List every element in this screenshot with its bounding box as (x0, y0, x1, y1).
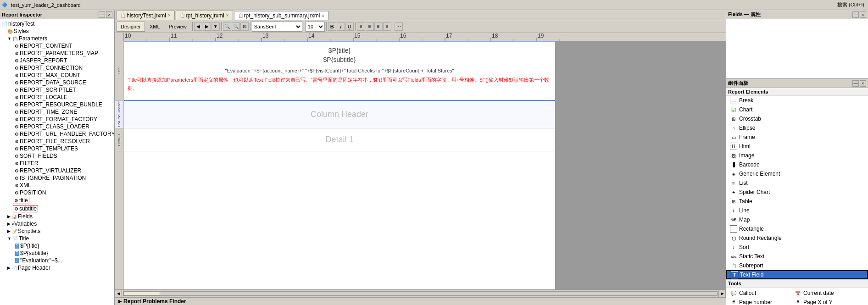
h-scroll-track[interactable] (123, 291, 718, 296)
tree-item-sort-fields[interactable]: ⚙ SORT_FIELDS (0, 152, 114, 160)
tree-item-p-title[interactable]: T $P{title} (0, 242, 114, 250)
tree-item-report-connection[interactable]: ⚙ REPORT_CONNECTION (0, 64, 114, 72)
comp-item-crosstab[interactable]: ⊞ Crosstab (726, 114, 868, 123)
tree-item-filter[interactable]: ⚙ FILTER (0, 160, 114, 167)
comp-item-list[interactable]: ≡ List (726, 178, 868, 188)
font-name-select[interactable]: SansSerif (252, 22, 302, 32)
tree-item-jasper-report[interactable]: ⚙ JASPER_REPORT (0, 57, 114, 64)
tab-close-rpt-history[interactable]: × (226, 13, 229, 18)
design-canvas-area[interactable]: Title Column Header Detail 1 (115, 41, 726, 289)
fields-panel-controls[interactable]: — × (852, 11, 866, 18)
tree-item-report-format-factory[interactable]: ⚙ REPORT_FORMAT_FACTORY (0, 116, 114, 123)
tree-item-title-param[interactable]: ⚙ title (0, 196, 114, 205)
tab-rpt-history-sub[interactable]: 📋 rpt_history_sub_summary.jrxml × (234, 11, 329, 20)
tree-item-report-time-zone[interactable]: ⚙ REPORT_TIME_ZONE (0, 108, 114, 116)
tool-item-page-x-of-y[interactable]: # Page X of Y (792, 298, 857, 305)
components-panel-controls[interactable]: — × (852, 80, 866, 87)
comp-item-break[interactable]: — Break (726, 96, 868, 105)
comp-item-barcode[interactable]: ▐▌ Barcode (726, 160, 868, 169)
tree-item-report-file-resolver[interactable]: ⚙ REPORT_FILE_RESOLVER (0, 138, 114, 145)
align-center-btn[interactable]: ≡ (366, 22, 374, 31)
tree-item-scriptlets[interactable]: ▶ 📝 Scriptlets (0, 227, 114, 235)
canvas-subtitle-text[interactable]: $P{subtitle} (124, 55, 555, 67)
comp-item-line[interactable]: / Line (726, 206, 868, 215)
inspector-controls[interactable]: — × (99, 11, 112, 18)
tree-item-report-class-loader[interactable]: ⚙ REPORT_CLASS_LOADER (0, 123, 114, 130)
tree-expand-title-section[interactable]: ▼ (7, 236, 11, 241)
nav-back-btn[interactable]: ◀ (194, 22, 202, 31)
scroll-left-btn[interactable]: ◀ (115, 290, 122, 297)
tree-item-report-content[interactable]: ⚙ REPORT_CONTENT (0, 42, 114, 50)
comp-item-rectangle[interactable]: Rectangle (726, 224, 868, 233)
nav-list-btn[interactable]: ▼ (211, 22, 220, 31)
nav-forward-btn[interactable]: ▶ (203, 22, 211, 31)
zoom-in-btn[interactable]: 🔍 (223, 22, 231, 31)
tree-item-eval-text[interactable]: T "Evaluation:"+$... (0, 257, 114, 264)
zoom-fit-btn[interactable]: ⊡ (240, 22, 249, 31)
tree-item-is-ignore-pagination[interactable]: ⚙ IS_IGNORE_PAGINATION (0, 174, 114, 182)
h-scroll-thumb[interactable] (123, 292, 160, 295)
comp-item-subreport[interactable]: 📋 Subreport (726, 261, 868, 270)
tab-close-rpt-history-sub[interactable]: × (322, 13, 324, 18)
comp-item-static-text[interactable]: abc Static Text (726, 252, 868, 261)
tool-item-current-date[interactable]: 📅 Current date (792, 288, 857, 298)
inspector-minimize-btn[interactable]: — (99, 11, 105, 18)
tree-item-fields[interactable]: ▶ 📊 Fields (0, 213, 114, 220)
tree-item-title-section[interactable]: ▼ 📄 Title (0, 235, 114, 242)
tree-item-report-resource-bundle[interactable]: ⚙ REPORT_RESOURCE_BUNDLE (0, 101, 114, 108)
canvas-title-text[interactable]: $P{title} (124, 41, 555, 55)
fields-minimize-btn[interactable]: — (852, 11, 859, 18)
comp-item-text-field[interactable]: T Text Field (726, 270, 868, 279)
tree-item-report-scriptlet[interactable]: ⚙ REPORT_SCRIPTLET (0, 86, 114, 94)
tree-item-report-data-source[interactable]: ⚙ REPORT_DATA_SOURCE (0, 79, 114, 86)
tree-item-xml[interactable]: ⚙ XML (0, 182, 114, 189)
font-size-select[interactable]: 10 (306, 22, 325, 32)
tree-expand-fields[interactable]: ▶ (7, 214, 11, 219)
tree-item-variables[interactable]: ▶ 𝑥 Variables (0, 220, 114, 227)
comp-item-ellipse[interactable]: ○ Ellipse (726, 123, 868, 133)
tree-item-subtitle-param[interactable]: ⚙ subtitle (0, 205, 114, 213)
tab-history[interactable]: 📋 historyTest.jrxml × (117, 11, 175, 20)
inspector-close-btn[interactable]: × (106, 11, 112, 18)
bold-btn[interactable]: B (328, 22, 336, 31)
tree-item-report-templates[interactable]: ⚙ REPORT_TEMPLATES (0, 145, 114, 152)
preview-tab-btn[interactable]: Preview (165, 22, 191, 32)
tree-expand-scriptlets[interactable]: ▶ (7, 229, 11, 233)
tree-item-report-max-count[interactable]: ⚙ REPORT_MAX_COUNT (0, 72, 114, 79)
scroll-right-btn[interactable]: ▶ (718, 290, 726, 297)
tree-item-position[interactable]: ⚙ POSITION (0, 189, 114, 196)
fields-close-btn[interactable]: × (860, 11, 866, 18)
comp-item-map[interactable]: 🗺 Map (726, 215, 868, 224)
tree-item-styles[interactable]: 🎨 Styles (0, 28, 114, 35)
comp-item-sort[interactable]: ↕ Sort (726, 243, 868, 252)
comp-item-round-rectangle[interactable]: ▢ Round Rectangle (726, 233, 868, 243)
comp-item-image[interactable]: 🖼 Image (726, 151, 868, 160)
comp-item-html[interactable]: H Html (726, 142, 868, 151)
detail-band-marker[interactable]: Detail 1 (115, 128, 123, 151)
comp-item-spider-chart[interactable]: ✦ Spider Chart (726, 188, 868, 197)
zoom-out-btn[interactable]: 🔍 (232, 22, 240, 31)
tree-item-report-params-map[interactable]: ⚙ REPORT_PARAMETERS_MAP (0, 50, 114, 57)
h-scrollbar[interactable]: ◀ ▶ (115, 289, 726, 297)
tool-item-callout[interactable]: 💬 Callout (728, 288, 792, 298)
align-justify-btn[interactable]: ≡ (383, 22, 391, 31)
tab-rpt-history[interactable]: 📋 rpt_history.jrxml × (176, 11, 233, 20)
tree-item-report-locale[interactable]: ⚙ REPORT_LOCALE (0, 94, 114, 101)
tree-item-parameters[interactable]: ▼ 📋 Parameters (0, 35, 114, 42)
tree-expand-parameters[interactable]: ▼ (7, 36, 11, 41)
align-right-btn[interactable]: ≡ (374, 22, 383, 31)
tree-expand-variables[interactable]: ▶ (7, 222, 11, 226)
tree-item-p-subtitle[interactable]: T $P{subtitle} (0, 250, 114, 257)
canvas-eval-text[interactable]: "Evaluation:"+$F{account_name}+" "+$F{vi… (124, 67, 555, 74)
comp-item-chart[interactable]: 📊 Chart (726, 105, 868, 114)
comp-item-table[interactable]: ⊞ Table (726, 197, 868, 206)
tree-expand-page-header[interactable]: ▶ (7, 266, 11, 270)
underline-btn[interactable]: U (345, 22, 354, 31)
designer-tab-btn[interactable]: Designer (117, 22, 145, 32)
align-left-btn[interactable]: ≡ (357, 22, 365, 31)
title-band-marker[interactable]: Title (115, 41, 123, 101)
tree-item-report-virtualizer[interactable]: ⚙ REPORT_VIRTUALIZER (0, 167, 114, 174)
tab-close-history[interactable]: × (168, 13, 171, 18)
tree-item-page-header[interactable]: ▶ 📄 Page Header (0, 264, 114, 272)
tool-item-page-number[interactable]: # Page number (728, 298, 792, 305)
